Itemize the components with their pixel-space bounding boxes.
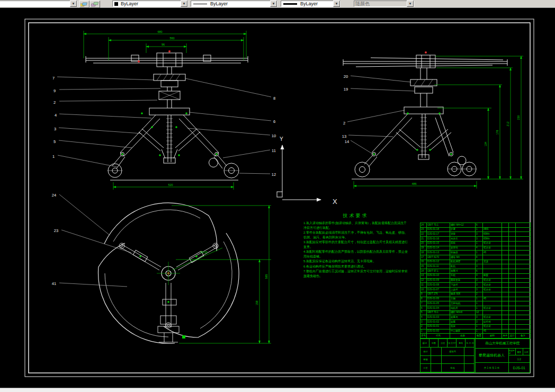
dim-label: 486 (411, 182, 416, 185)
balloon-label: 23 (54, 228, 58, 233)
organization-name: 燕山大学机械工程学院 (476, 339, 530, 349)
lineweight-control-combo[interactable]: ByLayer ▼ (281, 1, 341, 7)
dim-label: 178 (496, 130, 499, 135)
balloon-label: 41 (52, 281, 56, 286)
parts-table-grid: 24GB/T 70.1螺钉 M4×12623DJS-01-18护罩1ABS22D… (420, 222, 531, 338)
list-item: 处数 (429, 339, 438, 348)
dim-label: 96 (162, 43, 165, 46)
balloon-label: 7 (52, 76, 55, 81)
make-layer-current-button[interactable] (79, 1, 89, 8)
dim-label: 230 (517, 115, 520, 120)
table-row: 5GB/T 70.1螺钉 M3×812 (420, 310, 531, 315)
list-item: 签名 (456, 339, 466, 348)
table-row: 3DJS-01-02旋翼3碳纤维 (420, 320, 531, 325)
balloon-label: 20 (344, 74, 348, 79)
balloon-label: 13 (342, 134, 346, 139)
craft-label: 工艺 (420, 364, 431, 372)
balloon-label: 10 (272, 133, 276, 138)
properties-toolbar: ▼ ByLayer ▼ ByLayer ▼ ByLayer ▼ 随颜色 ▼ (0, 0, 555, 8)
table-row: 9GB/T 276轴承 6082 (420, 292, 531, 297)
ucs-axes: Y X (277, 136, 337, 206)
table-row: 2DJS-01-01机架1铝合金 (420, 324, 531, 329)
table-row: 序号代号名称数量材料单件总计备注 (420, 334, 531, 338)
tech-requirements: 技术要求 1.装入滚动轴承的零件(如滚动轴承、片弹簧等)，装配前需将配合面清洗干… (303, 212, 408, 279)
scale-value: 1:2 (509, 355, 530, 362)
y-axis-label: Y (280, 136, 283, 142)
table-row: 20DJS-01-15底板1铝合金 (420, 241, 531, 246)
layer-previous-button[interactable] (89, 1, 100, 8)
balloon-label: 1 (52, 154, 55, 159)
table-row: 21DJS-01-16夹持爪365Mn (420, 237, 531, 242)
front-view-dimensions: 680 560 96 520 (84, 30, 246, 190)
list-item: 3.装配前应对零部件的主要配合尺寸，特别是过盈配合尺寸及相关精度进行复查。 (303, 240, 408, 249)
lineweight-control-value: ByLayer (299, 1, 333, 6)
tech-requirements-title: 技术要求 (303, 212, 408, 219)
balloon-label: 11 (272, 148, 276, 153)
list-item: 更改文件号 (447, 339, 456, 348)
table-row: 10DJS-01-07上连杆3铝合金 (420, 288, 531, 292)
color-control-combo[interactable]: ByLayer ▼ (112, 1, 188, 7)
chevron-down-icon[interactable]: ▼ (181, 1, 187, 7)
tech-requirements-list: 1.装入滚动轴承的零件(如滚动轴承、片弹簧等)，装配前需将配合面清洗干净后方可进… (303, 221, 408, 278)
side-view (343, 51, 507, 179)
sheet-count: 共 1 张 第 1 张 (476, 363, 509, 372)
list-item: 6.各运动构件应严格按照技术要求进行调试。 (303, 264, 408, 269)
drawing-number: DJS-01 (509, 363, 530, 372)
plotstyle-control-combo[interactable]: 随颜色 ▼ (354, 1, 414, 7)
balloon-label: 3 (54, 127, 56, 131)
x-axis-label: X (333, 198, 337, 206)
balloon-label: 8 (273, 96, 275, 101)
dim-label: 680 (157, 30, 162, 33)
table-row: 6DJS-01-04电机座1铝合金 (420, 306, 531, 310)
linetype-control-combo[interactable]: ByLayer ▼ (191, 1, 278, 7)
dim-label: 560 (169, 37, 174, 40)
balloon-label: 5 (53, 139, 56, 144)
standard-label: 标准化 (442, 348, 464, 356)
title-block: 标记处数分区更改文件号签名年.月.日 设计 标准化 审核 工艺 批准 燕山大学机… (420, 338, 530, 373)
table-row: 24GB/T 70.1螺钉 M4×126 (420, 223, 531, 228)
color-swatch-icon (114, 2, 118, 6)
layers-icon (80, 2, 88, 7)
list-item: 7.整机出厂前需进行工况试验，运转正常后方可交付使用，运输时应轻拿轻放避免碰伤。 (303, 269, 408, 278)
stage-label: 阶段标记 (509, 349, 516, 355)
side-view-callouts: 20 19 2 13 14 (342, 74, 415, 155)
list-item: 标记 (420, 339, 429, 348)
weight-label: 重量 (516, 349, 523, 355)
color-control-value: ByLayer (120, 1, 181, 6)
layer-control-combo[interactable]: ▼ (0, 1, 77, 7)
table-row: 18DJS-01-13联轴器145 (420, 251, 531, 255)
balloon-label: 2 (343, 121, 345, 126)
chevron-down-icon[interactable]: ▼ (407, 1, 414, 7)
chevron-down-icon[interactable]: ▼ (70, 1, 77, 7)
front-view (86, 50, 248, 180)
table-row: 19DJS-01-14支撑柱4铝合金 (420, 246, 531, 251)
table-row: 4DJS-01-03旋翼夹3铝合金 (420, 315, 531, 320)
chevron-down-icon[interactable]: ▼ (333, 1, 340, 7)
table-row: 16DJS-01-12舵机摇臂3尼龙 (420, 260, 531, 264)
balloon-label: 4 (55, 113, 57, 118)
dim-label: 212 (506, 121, 509, 126)
linetype-sample-icon (193, 4, 207, 4)
dim-label: 134 (484, 141, 487, 146)
table-row: 17GB/T 6170螺母 M48 (420, 255, 531, 260)
scale-label: 比例 (523, 349, 530, 355)
balloon-label: 12 (272, 172, 276, 177)
parts-table-header: 序号代号名称数量材料单件总计备注 (420, 334, 531, 338)
parts-table: 24GB/T 70.1螺钉 M4×12623DJS-01-18护罩1ABS22D… (420, 222, 530, 338)
table-row: 12DJS-01-09腿部支架3铝合金 (420, 278, 531, 283)
balloon-label: 24 (52, 193, 56, 198)
table-row: 15DJS-01-11舵机3 (420, 264, 531, 269)
list-item: 年.月.日 (466, 339, 475, 348)
table-row: 8DJS-01-06主轴145 (420, 297, 531, 301)
horizontal-scrollbar[interactable] (0, 388, 555, 392)
list-item: 分区 (438, 339, 447, 348)
chevron-down-icon[interactable]: ▼ (270, 1, 277, 7)
list-item: 2.零件在装配前必须清理和清洗干净，不得有毛刺、飞边、氧化皮、锈蚀、切屑、油污、… (303, 230, 408, 239)
dim-label: 585 (265, 274, 268, 279)
side-view-dimensions: 134 178 212 230 486 (354, 56, 523, 189)
design-label: 设计 (420, 348, 431, 356)
table-row: 7DJS-01-05无刷电机1 (420, 301, 531, 306)
top-view-callouts: 24 23 41 (52, 193, 131, 287)
review-label: 审核 (420, 356, 431, 364)
layer-previous-icon (91, 2, 99, 7)
